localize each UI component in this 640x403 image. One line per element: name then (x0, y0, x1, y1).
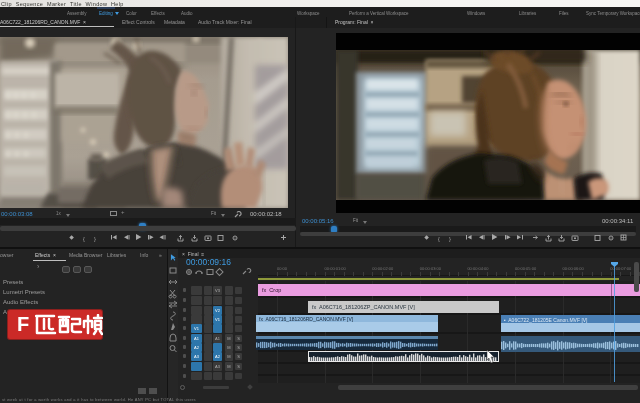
svg-text:}: } (449, 236, 451, 242)
svg-text:}: } (94, 236, 96, 242)
svg-text:{: { (438, 236, 440, 242)
svg-text:{: { (83, 236, 85, 242)
